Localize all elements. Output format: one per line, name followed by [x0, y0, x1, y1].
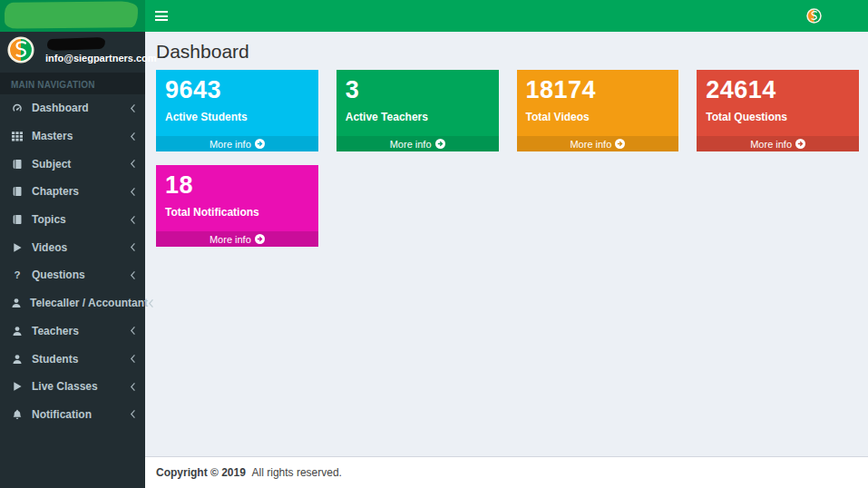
arrow-circle-right-icon — [795, 139, 805, 149]
sidebar-item-label: Videos — [32, 241, 130, 254]
sidebar-item-label: Dashboard — [32, 102, 130, 114]
sidebar-item-label: Topics — [32, 213, 130, 226]
info-box-label: Total Notifications — [165, 206, 309, 219]
more-info-label: More info — [750, 139, 792, 150]
chevron-left-icon — [130, 103, 136, 113]
sidebar-item-label: Students — [32, 353, 130, 366]
sidebar-item-label: Telecaller / Accountant — [30, 297, 148, 309]
redacted-brand-scribble — [5, 1, 138, 29]
info-box-value: 18 — [165, 172, 309, 200]
arrow-circle-right-icon — [435, 139, 445, 149]
sidebar-item[interactable]: Telecaller / Accountant — [0, 289, 145, 317]
info-box-body: 3 Active Teachers — [336, 70, 499, 136]
more-info-label: More info — [210, 139, 251, 150]
brand-logo-area[interactable] — [0, 0, 145, 32]
more-info-link[interactable]: More info — [517, 136, 679, 151]
sidebar-item[interactable]: Notification — [0, 401, 145, 429]
hamburger-icon — [155, 11, 168, 21]
grid-icon — [11, 131, 24, 142]
top-navbar — [145, 0, 868, 32]
more-info-link[interactable]: More info — [697, 136, 859, 151]
chevron-left-icon — [130, 270, 136, 280]
info-box-grid: 9643 Active Students More info — [156, 70, 859, 247]
play-icon — [11, 242, 24, 253]
more-info-link[interactable]: More info — [156, 136, 318, 151]
chevron-left-icon — [130, 132, 136, 142]
more-info-link[interactable]: More info — [156, 231, 318, 247]
sidebar-item[interactable]: Masters — [0, 122, 145, 151]
info-box-label: Total Videos — [526, 111, 670, 123]
info-box-value: 24614 — [706, 77, 850, 104]
info-box-label: Total Questions — [706, 111, 850, 123]
copyright-bold-text: Copyright © 2019 — [156, 466, 246, 479]
chevron-left-icon — [130, 354, 136, 364]
copyright-rest-text: All rights reserved. — [252, 466, 342, 479]
user-info: info@siegpartners.com — [45, 36, 136, 63]
info-box: 3 Active Teachers More info — [336, 70, 499, 151]
chevron-left-icon — [130, 215, 136, 225]
redacted-username-scribble — [47, 37, 105, 51]
more-info-label: More info — [390, 139, 432, 150]
sidebar-item-label: Live Classes — [32, 380, 130, 393]
sidebar-item[interactable]: Topics — [0, 206, 145, 234]
chevron-left-icon — [130, 187, 136, 197]
chevron-left-icon — [130, 382, 136, 392]
sidebar-item[interactable]: Dashboard — [0, 94, 145, 122]
info-box-value: 9643 — [165, 77, 309, 104]
sidebar-item-label: Questions — [32, 268, 130, 281]
more-info-link[interactable]: More info — [336, 136, 499, 151]
book-icon — [11, 214, 24, 225]
info-box-body: 24614 Total Questions — [697, 70, 859, 136]
chevron-left-icon — [148, 298, 154, 308]
sidebar-toggle-button[interactable] — [145, 0, 178, 32]
info-box-body: 18174 Total Videos — [517, 70, 679, 136]
sidebar-item[interactable]: ? Questions — [0, 261, 145, 289]
user-icon — [11, 326, 24, 337]
page-footer: Copyright © 2019 All rights reserved. — [145, 456, 868, 488]
sidebar-section-label: MAIN NAVIGATION — [0, 73, 145, 94]
bell-icon — [11, 409, 24, 420]
user-icon — [11, 298, 22, 308]
arrow-circle-right-icon — [255, 234, 265, 244]
info-box-label: Active Students — [165, 111, 309, 123]
sidebar-item-label: Chapters — [32, 185, 130, 198]
more-info-label: More info — [210, 234, 251, 245]
arrow-circle-right-icon — [255, 139, 265, 149]
page-title: Dashboard — [156, 41, 857, 63]
info-box-value: 3 — [346, 77, 490, 104]
chevron-left-icon — [130, 159, 136, 169]
sidebar-item[interactable]: Teachers — [0, 317, 145, 346]
chevron-left-icon — [130, 326, 136, 336]
question-icon: ? — [11, 269, 24, 280]
user-icon — [11, 354, 24, 365]
svg-text:?: ? — [14, 269, 20, 280]
dashboard-icon — [11, 102, 24, 113]
play-icon — [11, 381, 24, 392]
sidebar-item-label: Notification — [32, 408, 130, 421]
info-box: 18 Total Notifications More info — [156, 165, 318, 247]
sidebar-item[interactable]: Videos — [0, 233, 145, 261]
book-icon — [11, 186, 24, 197]
sidebar-item[interactable]: Chapters — [0, 178, 145, 206]
sidebar-item-label: Teachers — [32, 325, 130, 337]
sidebar: info@siegpartners.com MAIN NAVIGATION Da… — [0, 32, 145, 488]
book-icon — [11, 159, 24, 170]
chevron-left-icon — [130, 242, 136, 252]
user-email: info@siegpartners.com — [45, 53, 136, 63]
info-box-body: 9643 Active Students — [156, 70, 318, 136]
sidebar-item[interactable]: Subject — [0, 150, 145, 178]
sidebar-menu: Dashboard Masters Subject — [0, 94, 145, 428]
info-box: 24614 Total Questions More info — [697, 70, 859, 151]
sidebar-item-label: Subject — [32, 158, 130, 171]
sidebar-item[interactable]: Students — [0, 345, 145, 373]
info-box-body: 18 Total Notifications — [156, 165, 318, 231]
arrow-circle-right-icon — [615, 139, 625, 149]
info-box-value: 18174 — [526, 77, 670, 104]
user-panel: info@siegpartners.com — [0, 32, 145, 73]
sidebar-item[interactable]: Live Classes — [0, 373, 145, 401]
info-box: 18174 Total Videos More info — [517, 70, 679, 151]
chevron-left-icon — [130, 409, 136, 419]
more-info-label: More info — [570, 139, 611, 150]
sieg-logo-icon — [806, 8, 822, 24]
info-box: 9643 Active Students More info — [156, 70, 318, 151]
